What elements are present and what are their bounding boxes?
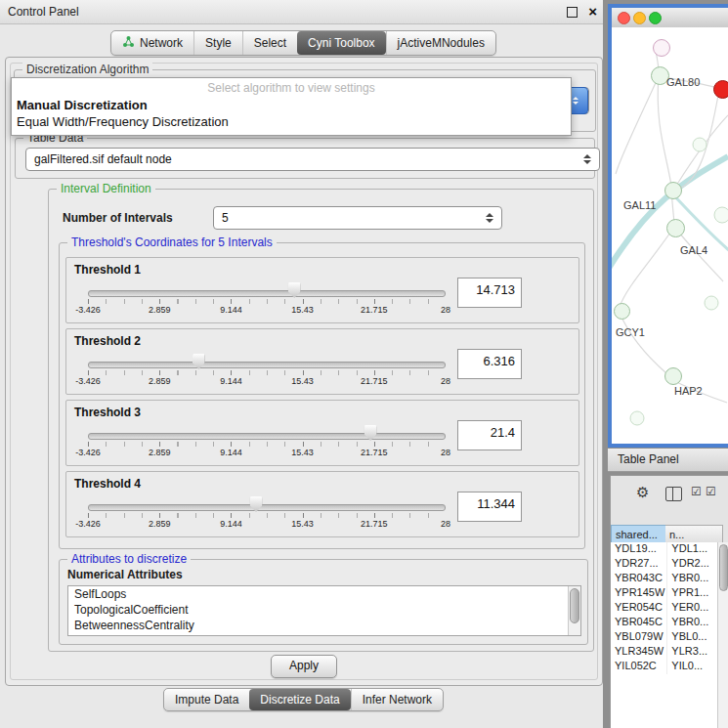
- scrollbar-thumb[interactable]: [719, 544, 728, 591]
- tab-jactivemodules[interactable]: jActiveMNodules: [386, 31, 495, 55]
- cell[interactable]: YLR345W: [611, 645, 667, 660]
- tab-select[interactable]: Select: [242, 31, 297, 55]
- cell[interactable]: YLR3...: [667, 645, 718, 660]
- cell[interactable]: YBL079W: [611, 630, 667, 645]
- app-root: Control Panel × Network Style Select Cyn…: [0, 0, 728, 728]
- scale-tick-label: 28: [441, 305, 450, 315]
- scale-tick-label: 28: [441, 519, 450, 529]
- cell[interactable]: YBR045C: [611, 616, 667, 630]
- float-window-icon[interactable]: [567, 7, 578, 18]
- slider-track[interactable]: [88, 362, 446, 368]
- dropdown-option-equal-width-frequency[interactable]: Equal Width/Frequency Discretization: [17, 114, 566, 129]
- list-scrollbar[interactable]: [568, 586, 580, 635]
- slider-track[interactable]: [88, 433, 446, 440]
- cell[interactable]: YIL052C: [611, 660, 667, 674]
- network-canvas[interactable]: GAL80 GAL11 GAL4 GCY1 HAP2: [612, 27, 728, 436]
- checkbox-icon[interactable]: ☑: [691, 485, 702, 498]
- table-row[interactable]: YBL079WYBL0...: [611, 630, 718, 645]
- network-window-titlebar[interactable]: [612, 8, 728, 28]
- table-row[interactable]: YER054CYER0...: [611, 601, 718, 616]
- thresholds-group: Threshold's Coordinates for 5 Intervals …: [59, 242, 585, 549]
- list-item[interactable]: BetweennessCentrality: [68, 618, 580, 633]
- checkbox-icon[interactable]: ☑: [706, 485, 716, 498]
- cell[interactable]: YER054C: [611, 601, 667, 616]
- bottom-tabgroup: Impute Data Discretize Data Infer Networ…: [163, 688, 444, 711]
- table-data-combobox[interactable]: galFiltered.sif default node: [25, 148, 600, 171]
- cell[interactable]: YDL19...: [611, 542, 667, 557]
- table-row[interactable]: YDR27...YDR2...: [611, 557, 718, 572]
- num-intervals-combobox[interactable]: 5: [213, 206, 502, 230]
- cell[interactable]: YDR2...: [667, 557, 718, 572]
- network-node-gal4[interactable]: [666, 219, 685, 237]
- columns-icon[interactable]: [665, 487, 682, 501]
- table-row[interactable]: YPR145WYPR1...: [611, 586, 718, 601]
- slider-track[interactable]: [88, 290, 446, 297]
- table-row[interactable]: YDL19...YDL1...: [611, 542, 718, 557]
- zoom-traffic-light-icon[interactable]: [649, 12, 662, 24]
- cell[interactable]: YBR0...: [667, 572, 718, 586]
- table-body: YDL19...YDL1... YDR27...YDR2... YBR043CY…: [611, 542, 718, 728]
- slider-ticks: [88, 513, 446, 518]
- list-item[interactable]: SelfLoops: [68, 586, 580, 602]
- cell[interactable]: YDL1...: [667, 542, 718, 557]
- dropdown-option-manual-discretization[interactable]: Manual Discretization: [17, 98, 566, 112]
- tab-network[interactable]: Network: [111, 31, 193, 55]
- threshold-value-field[interactable]: 21.4: [457, 420, 522, 450]
- network-node-selected-red[interactable]: [713, 80, 728, 99]
- cell[interactable]: YER0...: [667, 601, 718, 616]
- cell[interactable]: YBR0...: [667, 616, 718, 630]
- network-node[interactable]: [653, 39, 670, 57]
- tab-impute-data[interactable]: Impute Data: [164, 689, 249, 710]
- scale-tick-label: 2.859: [149, 376, 171, 386]
- scale-tick-label: 15.43: [291, 305, 314, 315]
- minimize-traffic-light-icon[interactable]: [633, 12, 646, 24]
- gear-icon[interactable]: ⚙: [636, 484, 649, 501]
- threshold-slider[interactable]: -3.426 2.859 9.144 15.43 21.715 28: [88, 281, 446, 319]
- threshold-slider[interactable]: -3.426 2.859 9.144 15.43 21.715 28: [88, 495, 446, 533]
- table-panel-bar[interactable]: Table Panel: [608, 448, 728, 472]
- table-row[interactable]: YBR045CYBR0...: [611, 616, 718, 630]
- network-node-gal11[interactable]: [664, 182, 682, 199]
- threshold-slider[interactable]: -3.426 2.859 9.144 15.43 21.715 28: [88, 424, 446, 461]
- tab-label: Cyni Toolbox: [308, 36, 374, 50]
- tab-label: Network: [140, 36, 183, 50]
- cell[interactable]: YPR1...: [667, 586, 718, 601]
- list-item[interactable]: TopologicalCoefficient: [68, 602, 580, 618]
- cell[interactable]: YPR145W: [611, 586, 667, 601]
- apply-button[interactable]: Apply: [271, 655, 337, 678]
- tab-cyni-toolbox[interactable]: Cyni Toolbox: [297, 31, 385, 55]
- node-label: HAP2: [674, 385, 703, 397]
- cell[interactable]: YBR043C: [611, 572, 667, 586]
- num-intervals-value: 5: [222, 211, 229, 225]
- tab-style[interactable]: Style: [193, 31, 242, 55]
- network-node-gcy1[interactable]: [614, 303, 630, 320]
- numerical-attributes-list[interactable]: SelfLoops TopologicalCoefficient Between…: [67, 585, 581, 636]
- scale-tick-label: 9.144: [220, 519, 242, 529]
- table-row[interactable]: YIL052CYIL0...: [611, 660, 718, 674]
- scrollbar-thumb[interactable]: [570, 588, 579, 623]
- tab-discretize-data[interactable]: Discretize Data: [249, 689, 350, 710]
- slider-scale: -3.426 2.859 9.144 15.43 21.715 28: [88, 519, 446, 531]
- cell[interactable]: YBL0...: [667, 630, 718, 645]
- tab-label: Infer Network: [363, 693, 432, 707]
- threshold-value-field[interactable]: 14.713: [457, 278, 522, 308]
- scale-tick-label: 21.715: [361, 519, 388, 529]
- threshold-value-field[interactable]: 11.344: [457, 492, 522, 522]
- num-intervals-label: Number of Intervals: [63, 211, 173, 225]
- table-row[interactable]: YLR345WYLR3...: [611, 645, 718, 660]
- table-row[interactable]: YBR043CYBR0...: [611, 572, 718, 586]
- scale-tick-label: 15.43: [291, 448, 314, 457]
- cell[interactable]: YDR27...: [611, 557, 667, 572]
- threshold-slider[interactable]: -3.426 2.859 9.144 15.43 21.715 28: [88, 353, 446, 390]
- tab-infer-network[interactable]: Infer Network: [351, 689, 443, 710]
- close-traffic-light-icon[interactable]: [618, 12, 630, 24]
- tab-label: Style: [205, 36, 232, 50]
- table-scrollbar[interactable]: [717, 542, 728, 728]
- threshold-value-field[interactable]: 6.316: [457, 349, 522, 379]
- scale-tick-label: -3.426: [75, 305, 101, 315]
- cell[interactable]: YIL0...: [667, 660, 718, 674]
- slider-track[interactable]: [88, 504, 446, 511]
- table-data-group: Table Data galFiltered.sif default node: [15, 138, 595, 179]
- network-node-hap2[interactable]: [664, 367, 682, 385]
- close-icon[interactable]: ×: [588, 2, 597, 21]
